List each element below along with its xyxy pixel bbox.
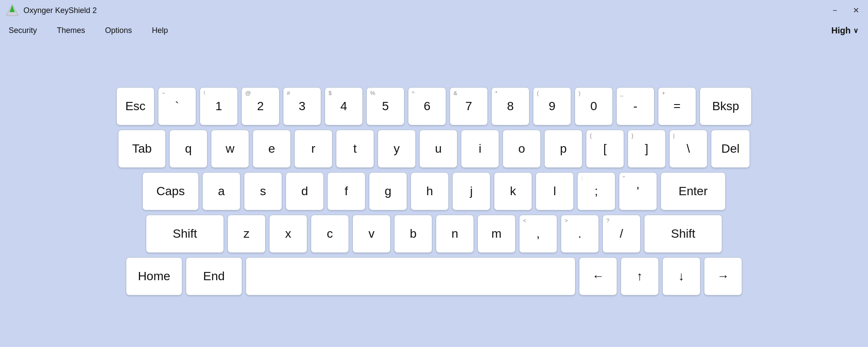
key-3[interactable]: #3 — [283, 87, 321, 125]
key-g[interactable]: g — [369, 172, 407, 210]
key-_[interactable]: ↑ — [621, 257, 659, 295]
key-8[interactable]: *8 — [491, 87, 529, 125]
menu-help[interactable]: Help — [148, 24, 171, 37]
key-e[interactable]: e — [253, 130, 291, 168]
key-t[interactable]: t — [336, 130, 374, 168]
app-title: Oxynger KeyShield 2 — [23, 6, 829, 15]
keyboard-row-2: Capsasdfghjkl:;"'Enter — [142, 172, 726, 210]
security-level-label: High — [832, 26, 851, 36]
key-caps[interactable]: Caps — [142, 172, 199, 210]
menu-options[interactable]: Options — [102, 24, 135, 37]
key-4[interactable]: $4 — [325, 87, 363, 125]
security-level-dropdown[interactable]: High ∨ — [827, 24, 863, 37]
key-end[interactable]: End — [186, 257, 242, 295]
key-_[interactable]: >. — [561, 215, 599, 253]
key-_[interactable]: _- — [616, 87, 654, 125]
keyboard-area: Esc~`!1@2#3$4%5^6&7*8(9)0_-+=Bksp Tabqwe… — [0, 40, 868, 347]
key-0[interactable]: )0 — [575, 87, 613, 125]
chevron-down-icon: ∨ — [853, 26, 858, 35]
key-_[interactable]: "' — [619, 172, 657, 210]
keyboard-row-4: HomeEnd←↑↓→ — [126, 257, 742, 295]
key-_[interactable]: ← — [579, 257, 617, 295]
key-home[interactable]: Home — [126, 257, 182, 295]
key-shift[interactable]: Shift — [644, 215, 722, 253]
key-_[interactable]: → — [704, 257, 742, 295]
key-r[interactable]: r — [294, 130, 332, 168]
minimize-button[interactable]: − — [829, 6, 841, 15]
key-_[interactable]: :; — [577, 172, 615, 210]
key-l[interactable]: l — [536, 172, 574, 210]
key-6[interactable]: ^6 — [408, 87, 446, 125]
key-o[interactable]: o — [503, 130, 541, 168]
title-bar: Oxynger KeyShield 2 − ✕ — [0, 0, 868, 21]
key-2[interactable]: @2 — [241, 87, 279, 125]
key-_[interactable]: {[ — [586, 130, 624, 168]
menu-bar: Security Themes Options Help High ∨ — [0, 21, 868, 40]
key-v[interactable]: v — [352, 215, 391, 253]
key-c[interactable]: c — [311, 215, 349, 253]
key-h[interactable]: h — [411, 172, 449, 210]
keyboard-row-3: Shiftzxcvbnm<,>.?/Shift — [146, 215, 722, 253]
key-_[interactable]: ?/ — [602, 215, 641, 253]
menu-themes[interactable]: Themes — [53, 24, 89, 37]
key-i[interactable]: i — [461, 130, 499, 168]
keyboard-row-1: Tabqwertyuiop{[}]|\Del — [118, 130, 750, 168]
key-_[interactable]: }] — [628, 130, 666, 168]
key-y[interactable]: y — [378, 130, 416, 168]
key-x[interactable]: x — [269, 215, 307, 253]
key-k[interactable]: k — [494, 172, 532, 210]
key-1[interactable]: !1 — [200, 87, 238, 125]
key-_[interactable]: |\ — [669, 130, 707, 168]
key-w[interactable]: w — [211, 130, 249, 168]
window-controls: − ✕ — [829, 6, 863, 15]
key-_[interactable]: ↓ — [662, 257, 700, 295]
key-b[interactable]: b — [394, 215, 432, 253]
key-d[interactable]: d — [286, 172, 324, 210]
key-_[interactable]: <, — [519, 215, 557, 253]
close-button[interactable]: ✕ — [849, 6, 863, 15]
key-9[interactable]: (9 — [533, 87, 571, 125]
key-tab[interactable]: Tab — [118, 130, 166, 168]
key-f[interactable]: f — [327, 172, 365, 210]
app-logo — [5, 3, 19, 17]
key-7[interactable]: &7 — [450, 87, 488, 125]
key-5[interactable]: %5 — [366, 87, 404, 125]
key-u[interactable]: u — [419, 130, 457, 168]
keyboard-row-0: Esc~`!1@2#3$4%5^6&7*8(9)0_-+=Bksp — [116, 87, 752, 125]
key-q[interactable]: q — [169, 130, 207, 168]
key-m[interactable]: m — [477, 215, 516, 253]
key-_[interactable]: += — [658, 87, 696, 125]
key-a[interactable]: a — [202, 172, 240, 210]
menu-security[interactable]: Security — [5, 24, 40, 37]
key-s[interactable]: s — [244, 172, 282, 210]
key-_[interactable]: ~` — [158, 87, 196, 125]
key-esc[interactable]: Esc — [116, 87, 155, 125]
key-n[interactable]: n — [436, 215, 474, 253]
key-j[interactable]: j — [452, 172, 490, 210]
key-p[interactable]: p — [544, 130, 582, 168]
key-bksp[interactable]: Bksp — [700, 87, 752, 125]
key-shift[interactable]: Shift — [146, 215, 224, 253]
key-del[interactable]: Del — [711, 130, 750, 168]
key-enter[interactable]: Enter — [661, 172, 726, 210]
key-space[interactable] — [246, 257, 575, 295]
key-z[interactable]: z — [227, 215, 266, 253]
